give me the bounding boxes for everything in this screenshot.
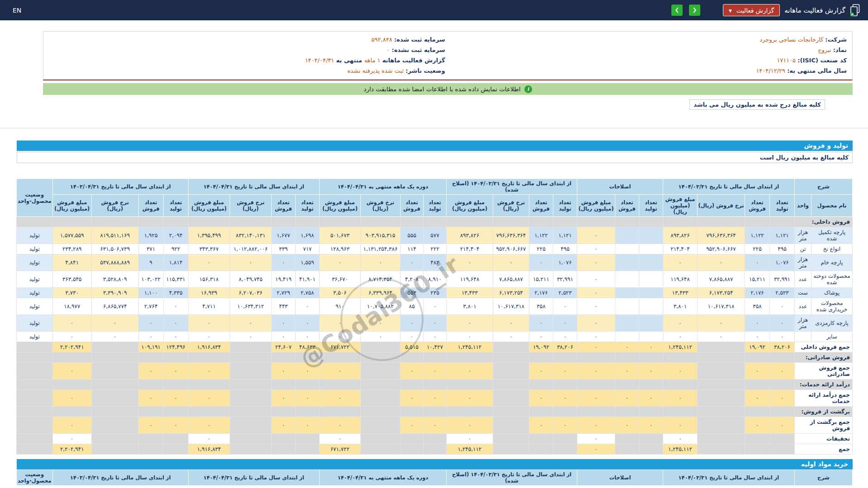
table-cell: ۰	[163, 332, 188, 342]
table-cell	[16, 444, 52, 455]
table-cell	[230, 380, 271, 390]
table-cell: ۰	[577, 342, 615, 352]
table-cell	[230, 407, 271, 417]
table-cell: ۸۵	[400, 298, 423, 315]
table-cell	[360, 380, 400, 390]
table-cell: ۱,۲۴۵,۱۱۲	[446, 342, 493, 352]
header-measure: مبلغ فروش (میلیون ریال)	[52, 195, 91, 217]
table-cell	[639, 332, 663, 342]
table-cell: ۰	[138, 332, 163, 342]
table-cell: ۰	[745, 417, 769, 434]
table-cell: ۰	[400, 363, 423, 380]
table-cell	[553, 434, 577, 444]
table-cell	[639, 444, 663, 455]
table-cell	[138, 444, 163, 455]
table-cell: ۰	[163, 298, 188, 315]
company-col-left: سرمایه ثبت شده: ۵۹۲,۸۴۸سرمایه ثبت نشده: …	[46, 34, 448, 76]
table-cell	[423, 352, 446, 363]
header-period-group: از ابتدای سال مالی تا تاریخ ۱۴۰۴/۰۴/۳۱	[188, 179, 319, 195]
table-cell	[615, 315, 639, 332]
table-cell: ۰	[188, 417, 230, 434]
table-cell: ۰	[91, 315, 138, 332]
table-cell: ۰	[400, 332, 423, 342]
table-cell	[271, 407, 295, 417]
table-cell	[639, 227, 663, 244]
table-cell: ۰	[230, 254, 271, 271]
info-value: ۱۴۰۴/۰۴/۳۱	[305, 57, 336, 64]
header-period-group: اصلاحات	[577, 179, 663, 195]
table-cell: ۲۱۴,۴۰۴	[446, 244, 493, 254]
table-cell: ۰	[493, 254, 529, 271]
table-cell	[697, 390, 745, 407]
header-measure: تعداد تولید	[295, 195, 319, 217]
header-measure: تعداد فروش	[138, 195, 163, 217]
report-copy-icon[interactable]	[850, 4, 861, 17]
report-type-dropdown[interactable]: گزارش فعالیت ▾	[723, 4, 780, 16]
table-cell	[493, 380, 529, 390]
table-cell: ۳۲,۹۹۱	[769, 271, 794, 288]
table-cell: ۰	[639, 417, 663, 434]
table-cell: ۰	[271, 363, 295, 380]
table-cell: ۲۲۲	[423, 244, 446, 254]
table-cell	[360, 390, 400, 407]
table-cell	[493, 390, 529, 407]
table-cell	[360, 434, 400, 444]
table-cell: ۳۵۸	[745, 298, 769, 315]
table-cell: جمع	[794, 444, 852, 455]
language-toggle[interactable]: EN	[13, 7, 21, 14]
table-cell: هزار متر	[794, 227, 811, 244]
table-cell: هزار متر	[794, 254, 811, 271]
table-cell	[91, 352, 138, 363]
table-cell	[230, 390, 271, 407]
header-measure: مبلغ فروش (میلیون ریال)	[577, 195, 615, 217]
prev-report-button[interactable]	[671, 5, 683, 16]
table-cell: ۰	[769, 315, 794, 332]
section-header-production-sales: تولید و فروش	[17, 141, 853, 151]
header-measure: تعداد تولید	[553, 195, 577, 217]
table-cell: ۲,۱۷۶	[529, 288, 553, 298]
table-cell	[493, 217, 529, 227]
table-cell: ۰	[188, 434, 230, 444]
table-cell	[769, 444, 794, 455]
table-cell	[697, 363, 745, 380]
info-label: سرمایه ثبت نشده:	[392, 47, 445, 53]
next-report-button[interactable]	[689, 5, 700, 16]
table-cell	[230, 217, 271, 227]
table-cell	[423, 434, 446, 444]
table-cell: جمع فروش داخلی	[794, 342, 852, 352]
table-cell: ۰	[663, 363, 697, 380]
table-cell: ۰	[553, 417, 577, 434]
header-measure: تعداد تولید	[769, 195, 794, 217]
table-cell	[697, 352, 745, 363]
table-cell: ۹۱۰	[319, 298, 360, 315]
table-cell	[639, 288, 663, 298]
table-cell: ۱۰,۶۱۷,۳۱۸	[493, 298, 529, 315]
header-measure: نرخ فروش (ریال)	[360, 195, 400, 217]
table-cell: تولید	[16, 288, 52, 298]
header-measure: مبلغ فروش (میلیون ریال)	[188, 195, 230, 217]
table-cell: ۰	[52, 332, 91, 342]
table-cell: ۰	[446, 390, 493, 407]
table-cell	[697, 417, 745, 434]
table-cell: جمع درآمد ارائه خدمات	[794, 390, 852, 407]
table-cell: فروش صادراتی:	[794, 352, 852, 363]
table-cell: ۷۹۶,۶۳۶,۳۶۴	[697, 227, 745, 244]
report-content: تولید و فروش کلیه مبالغ به میلیون ریال ا…	[17, 141, 853, 486]
table-cell: ۰	[663, 332, 697, 342]
table-cell: ۱,۱۲۱	[553, 227, 577, 244]
table-cell	[230, 444, 271, 455]
table-cell: ۴۴۳	[271, 298, 295, 315]
table-cell: ۱,۹۲۵	[138, 227, 163, 244]
table-cell: ۹۵۲,۹۰۶,۶۶۷	[697, 244, 745, 254]
table-cell: ۱۰۹,۱۹۱	[138, 342, 163, 352]
table-cell: ۳۶,۶۷۰	[319, 271, 360, 288]
table-cell: ۲,۷۶۴	[138, 298, 163, 315]
table-cell: ۰	[271, 390, 295, 407]
table-cell	[91, 417, 138, 434]
table-cell: ست	[794, 288, 811, 298]
table-cell: ۰	[577, 254, 615, 271]
table-cell: ۲۲۵	[745, 244, 769, 254]
table-cell: ۰	[553, 298, 577, 315]
table-cell	[615, 227, 639, 244]
table-cell	[769, 407, 794, 417]
